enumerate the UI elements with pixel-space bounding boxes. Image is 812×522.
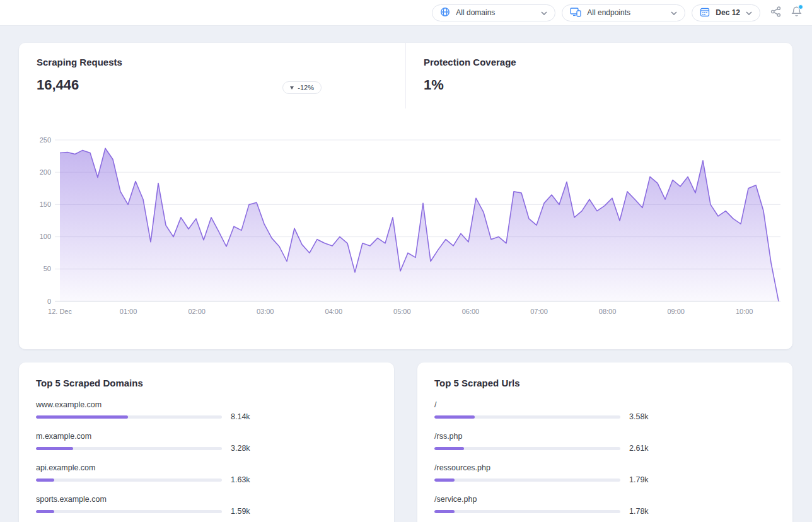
endpoints-filter-dropdown[interactable]: All endpoints: [562, 4, 685, 21]
item-label: m.example.com: [36, 432, 377, 441]
svg-text:200: 200: [40, 168, 51, 176]
requests-overview-card: Scraping Requests 16,446 -12% Protection…: [19, 43, 792, 349]
item-label: /ressources.php: [434, 463, 775, 472]
item-label: /rss.php: [434, 432, 775, 441]
trend-down-icon: [290, 86, 294, 90]
item-bar-track: [434, 415, 620, 419]
domains-filter-dropdown[interactable]: All domains: [432, 4, 555, 21]
svg-text:250: 250: [40, 136, 51, 144]
item-value: 1.63k: [231, 475, 250, 484]
requests-area-chart: 05010015020025012. Dec01:0002:0003:0004:…: [32, 119, 782, 329]
share-icon: [770, 6, 781, 20]
svg-text:150: 150: [40, 200, 51, 208]
item-bar-track: [36, 447, 222, 450]
svg-text:08:00: 08:00: [599, 308, 617, 315]
item-bar-fill: [36, 447, 73, 450]
list-item: m.example.com3.28k: [36, 432, 377, 453]
top-bar: All domains All endpoints: [0, 0, 812, 26]
svg-text:09:00: 09:00: [667, 308, 685, 315]
scraping-requests-title: Scraping Requests: [37, 57, 388, 67]
item-bar-fill: [434, 478, 455, 482]
top-domains-list: www.example.com8.14km.example.com3.28kap…: [36, 400, 377, 522]
endpoints-filter-label: All endpoints: [587, 8, 630, 17]
svg-text:04:00: 04:00: [325, 308, 343, 315]
list-item: /rss.php2.61k: [434, 432, 775, 453]
item-bar-fill: [36, 478, 54, 482]
svg-text:12. Dec: 12. Dec: [48, 308, 72, 315]
calendar-icon: [700, 7, 710, 19]
item-bar-track: [434, 447, 620, 450]
svg-text:0: 0: [47, 298, 51, 305]
date-picker[interactable]: Dec 12: [692, 4, 760, 21]
area-chart-svg: 05010015020025012. Dec01:0002:0003:0004:…: [32, 119, 782, 327]
protection-coverage-value: 1%: [424, 77, 775, 93]
list-item: /3.58k: [434, 400, 775, 421]
item-value: 8.14k: [231, 412, 250, 421]
svg-text:02:00: 02:00: [188, 308, 206, 315]
scraping-requests-metric: Scraping Requests 16,446 -12%: [19, 43, 405, 108]
item-value: 1.59k: [231, 507, 250, 516]
top-domains-title: Top 5 Scraped Domains: [36, 378, 377, 388]
item-bar-track: [36, 510, 222, 513]
svg-text:01:00: 01:00: [120, 308, 137, 315]
item-label: sports.example.com: [36, 495, 377, 504]
item-bar-track: [36, 415, 222, 419]
delta-badge: -12%: [282, 81, 322, 94]
delta-value: -12%: [298, 84, 314, 91]
top-urls-card: Top 5 Scraped Urls /3.58k/rss.php2.61k/r…: [417, 362, 792, 522]
top-urls-list: /3.58k/rss.php2.61k/ressources.php1.79k/…: [434, 400, 775, 522]
item-value: 1.79k: [629, 475, 649, 484]
item-value: 3.28k: [231, 444, 250, 453]
notification-dot: [798, 4, 803, 9]
protection-coverage-metric: Protection Coverage 1%: [405, 43, 792, 108]
item-value: 3.58k: [629, 412, 649, 421]
svg-text:07:00: 07:00: [530, 308, 548, 315]
chevron-down-icon: [671, 8, 677, 17]
svg-text:10:00: 10:00: [736, 308, 753, 315]
list-item: api.example.com1.63k: [36, 463, 377, 484]
item-bar-track: [434, 510, 620, 513]
notifications-button[interactable]: [791, 6, 802, 20]
item-label: api.example.com: [36, 463, 377, 472]
protection-coverage-title: Protection Coverage: [424, 57, 775, 67]
domains-filter-label: All domains: [456, 8, 495, 17]
share-button[interactable]: [770, 6, 781, 20]
item-label: www.example.com: [36, 400, 377, 409]
date-picker-label: Dec 12: [716, 8, 740, 17]
list-item: www.example.com8.14k: [36, 400, 377, 421]
metrics-header: Scraping Requests 16,446 -12% Protection…: [19, 43, 792, 108]
item-bar-fill: [434, 510, 455, 513]
item-value: 1.78k: [629, 507, 649, 516]
svg-text:03:00: 03:00: [257, 308, 274, 315]
devices-icon: [570, 7, 581, 19]
chevron-down-icon: [746, 8, 752, 17]
item-bar-fill: [36, 415, 128, 419]
item-bar-fill: [434, 415, 475, 419]
item-bar-track: [36, 478, 222, 482]
item-label: /service.php: [434, 495, 775, 504]
scraping-requests-value: 16,446: [37, 77, 388, 93]
svg-text:50: 50: [44, 265, 51, 272]
item-bar-fill: [36, 510, 54, 513]
item-bar-fill: [434, 447, 464, 450]
list-item: /ressources.php1.79k: [434, 463, 775, 484]
globe-icon: [440, 7, 450, 19]
top-domains-card: Top 5 Scraped Domains www.example.com8.1…: [19, 362, 394, 522]
svg-text:100: 100: [40, 233, 51, 240]
item-label: /: [434, 400, 775, 409]
item-value: 2.61k: [629, 444, 649, 453]
chevron-down-icon: [541, 8, 547, 17]
svg-text:06:00: 06:00: [462, 308, 480, 315]
top-urls-title: Top 5 Scraped Urls: [434, 378, 775, 388]
list-item: sports.example.com1.59k: [36, 495, 377, 516]
item-bar-track: [434, 478, 620, 482]
svg-text:05:00: 05:00: [393, 308, 411, 315]
list-item: /service.php1.78k: [434, 495, 775, 516]
